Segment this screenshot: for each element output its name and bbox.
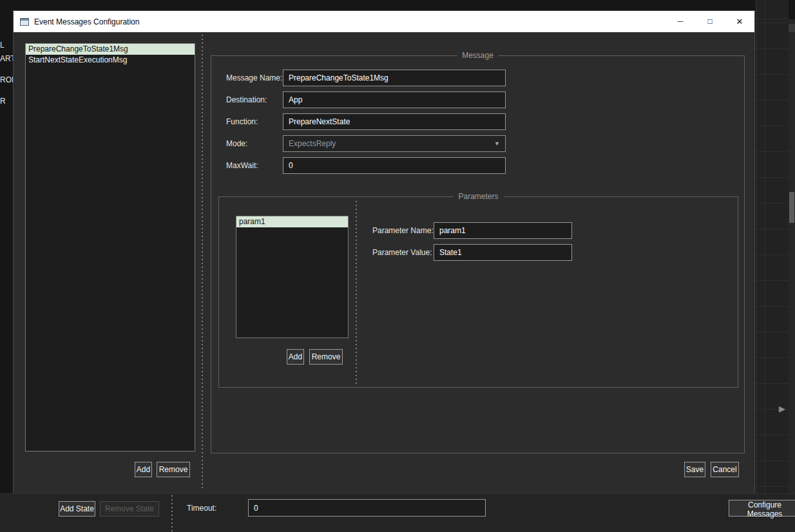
- mode-select[interactable]: ExpectsReply ▼: [283, 135, 506, 152]
- destination-label: Destination:: [226, 91, 267, 108]
- function-label: Function:: [226, 113, 258, 130]
- splitter-handle[interactable]: [356, 201, 357, 385]
- remove-state-button: Remove State: [100, 501, 159, 517]
- bottom-toolbar: Add State Remove State Timeout: Configur…: [0, 493, 795, 532]
- maximize-button[interactable]: □: [695, 11, 725, 32]
- parameter-value-input[interactable]: [434, 244, 572, 261]
- mode-label: Mode:: [226, 135, 247, 152]
- list-item[interactable]: PrepareChangeToState1Msg: [26, 44, 195, 55]
- minimize-button[interactable]: ─: [666, 11, 695, 32]
- parameter-name-label: Parameter Name:: [372, 222, 434, 239]
- save-button[interactable]: Save: [684, 462, 705, 477]
- clipped-label: ROF: [0, 75, 13, 84]
- canvas-grid: [755, 0, 789, 493]
- configure-messages-button[interactable]: Configure Messages: [729, 500, 795, 517]
- event-messages-dialog: Event Messages Configuration ─ □ ✕ Prepa…: [13, 10, 755, 493]
- add-state-button[interactable]: Add State: [59, 501, 95, 517]
- message-name-input[interactable]: [283, 70, 506, 86]
- message-name-label: Message Name:: [226, 70, 282, 86]
- scrollbar-corner: [789, 24, 795, 32]
- app-window-icon: [20, 18, 29, 26]
- clipped-label: L: [0, 41, 5, 50]
- parameter-name-input[interactable]: [434, 222, 572, 239]
- timeout-input[interactable]: [248, 499, 486, 517]
- timeout-label: Timeout:: [187, 504, 216, 513]
- message-list[interactable]: PrepareChangeToState1Msg StartNextStateE…: [25, 43, 195, 451]
- chevron-down-icon: ▼: [494, 136, 500, 151]
- parameter-list[interactable]: param1: [236, 216, 349, 338]
- background-left-strip: L ART ROF R: [0, 0, 13, 493]
- scroll-right-arrow-icon[interactable]: ▶: [779, 404, 785, 413]
- parameter-add-button[interactable]: Add: [287, 349, 304, 365]
- splitter-handle[interactable]: [171, 495, 173, 531]
- splitter-handle[interactable]: [202, 35, 203, 491]
- clipped-label: R: [0, 97, 6, 106]
- list-item[interactable]: StartNextStateExecutionMsg: [26, 55, 195, 66]
- maxwait-input[interactable]: [283, 157, 506, 174]
- scrollbar-thumb[interactable]: [789, 192, 794, 223]
- cancel-button[interactable]: Cancel: [711, 462, 739, 477]
- dialog-title: Event Messages Configuration: [34, 17, 666, 26]
- screen: L ART ROF R ▶ Add State Remove State Tim…: [0, 0, 795, 532]
- vertical-scrollbar[interactable]: [789, 19, 795, 493]
- parameter-remove-button[interactable]: Remove: [309, 349, 343, 365]
- message-add-button[interactable]: Add: [135, 462, 152, 477]
- list-item[interactable]: param1: [236, 216, 348, 227]
- destination-input[interactable]: [283, 91, 506, 108]
- clipped-label: ART: [0, 54, 13, 63]
- message-remove-button[interactable]: Remove: [157, 462, 190, 477]
- groupbox-title: Message: [457, 51, 499, 60]
- parameters-groupbox: Parameters param1 Add Remove Parameter N…: [218, 196, 738, 388]
- function-input[interactable]: [283, 113, 506, 130]
- parameter-value-label: Parameter Value:: [372, 244, 432, 261]
- mode-value: ExpectsReply: [289, 136, 336, 151]
- dialog-titlebar[interactable]: Event Messages Configuration ─ □ ✕: [14, 11, 754, 32]
- groupbox-title: Parameters: [453, 192, 503, 201]
- message-groupbox: Message Message Name: Destination: Funct…: [211, 55, 745, 453]
- close-button[interactable]: ✕: [725, 11, 754, 32]
- maxwait-label: MaxWait:: [226, 157, 258, 174]
- dialog-body: PrepareChangeToState1Msg StartNextStateE…: [14, 32, 754, 493]
